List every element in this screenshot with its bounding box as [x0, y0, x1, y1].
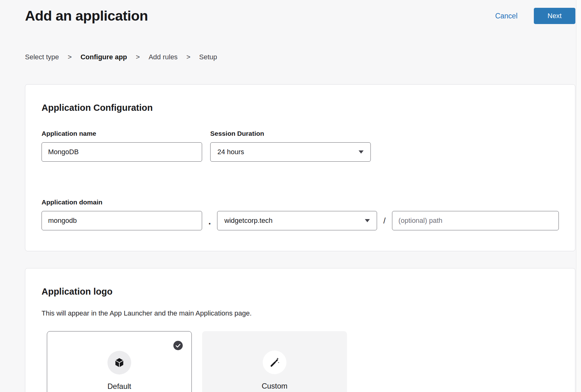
- application-configuration-card: Application Configuration Application na…: [25, 84, 575, 251]
- step-setup: Setup: [199, 53, 217, 61]
- session-duration-value: 24 hours: [217, 148, 244, 156]
- check-icon: [173, 341, 183, 350]
- session-duration-field: Session Duration 24 hours: [210, 130, 371, 162]
- chevron-down-icon: [365, 219, 370, 222]
- application-domain-label: Application domain: [42, 198, 559, 206]
- page-title: Add an application: [25, 7, 148, 24]
- cancel-button[interactable]: Cancel: [495, 12, 518, 20]
- logo-option-custom[interactable]: Custom: [202, 331, 347, 392]
- domain-dot-separator: .: [208, 216, 211, 230]
- next-button[interactable]: Next: [534, 8, 575, 24]
- step-add-rules: Add rules: [149, 53, 178, 61]
- application-name-input[interactable]: [42, 142, 202, 162]
- subdomain-input[interactable]: [42, 211, 202, 230]
- name-session-row: Application name Session Duration 24 hou…: [42, 130, 559, 162]
- domain-select-value: widgetcorp.tech: [224, 217, 272, 225]
- application-domain-group: Application domain . widgetcorp.tech /: [42, 198, 559, 230]
- cube-icon: [107, 351, 131, 375]
- session-duration-label: Session Duration: [210, 130, 371, 137]
- application-logo-description: This will appear in the App Launcher and…: [42, 309, 559, 317]
- page-container: Add an application Cancel Next Select ty…: [0, 0, 581, 392]
- path-input[interactable]: [392, 211, 559, 230]
- logo-option-label: Default: [107, 382, 131, 391]
- step-select-type: Select type: [25, 53, 59, 61]
- step-separator: >: [136, 53, 140, 61]
- application-domain-row: . widgetcorp.tech /: [42, 211, 559, 230]
- domain-slash-separator: /: [383, 216, 385, 226]
- session-duration-select[interactable]: 24 hours: [210, 142, 371, 162]
- chevron-down-icon: [359, 150, 364, 154]
- step-separator: >: [68, 53, 72, 61]
- application-name-field: Application name: [42, 130, 202, 162]
- logo-option-label: Custom: [262, 382, 288, 390]
- logo-options: Default Custom: [47, 331, 559, 392]
- header-actions: Cancel Next: [495, 8, 575, 24]
- paintbrush-icon: [263, 350, 286, 374]
- application-name-label: Application name: [42, 130, 202, 137]
- step-separator: >: [186, 53, 191, 61]
- application-configuration-heading: Application Configuration: [42, 103, 559, 113]
- scrollbar-track[interactable]: [576, 0, 581, 392]
- application-logo-heading: Application logo: [42, 287, 559, 297]
- logo-option-default[interactable]: Default: [47, 331, 192, 392]
- application-logo-card: Application logo This will appear in the…: [25, 268, 575, 392]
- breadcrumb-stepper: Select type > Configure app > Add rules …: [25, 53, 575, 61]
- domain-select[interactable]: widgetcorp.tech: [217, 211, 377, 230]
- page-header: Add an application Cancel Next: [25, 0, 575, 24]
- step-configure-app: Configure app: [81, 53, 127, 61]
